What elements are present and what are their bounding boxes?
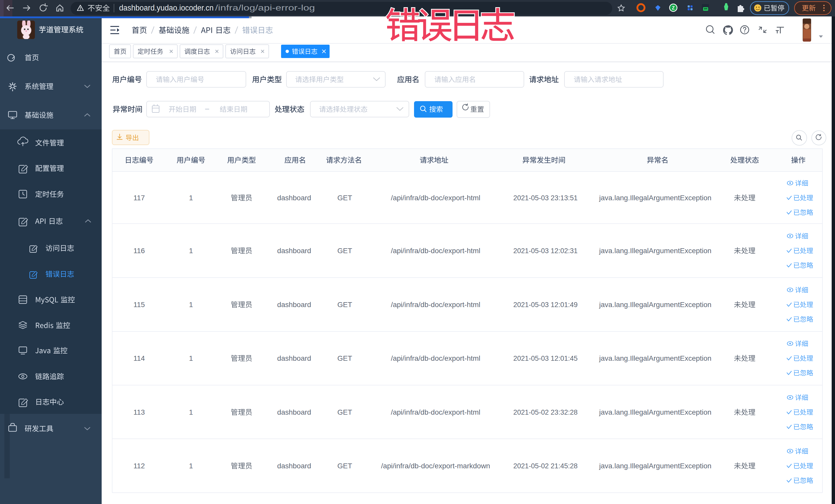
- svg-text:/api/infra/db-doc/export-html: /api/infra/db-doc/export-html: [391, 301, 481, 309]
- svg-text:117: 117: [134, 194, 145, 202]
- svg-text:/infra/log/api-error-log: /infra/log/api-error-log: [215, 3, 315, 12]
- svg-text:GET: GET: [337, 301, 352, 309]
- svg-text:1: 1: [189, 247, 193, 255]
- svg-text:2021-05-02 21:45:28: 2021-05-02 21:45:28: [513, 462, 578, 470]
- svg-text:dashboard: dashboard: [277, 408, 311, 416]
- svg-text:2021-05-02 23:32:28: 2021-05-02 23:32:28: [513, 408, 578, 416]
- svg-text:1: 1: [189, 354, 193, 362]
- svg-text:dashboard: dashboard: [277, 354, 311, 362]
- svg-text:113: 113: [134, 408, 145, 416]
- svg-text:java.lang.IllegalArgumentExcep: java.lang.IllegalArgumentException: [599, 408, 711, 416]
- svg-text:java.lang.IllegalArgumentExcep: java.lang.IllegalArgumentException: [599, 194, 711, 202]
- svg-text:on: on: [704, 7, 708, 10]
- svg-text:java.lang.IllegalArgumentExcep: java.lang.IllegalArgumentException: [599, 301, 711, 309]
- svg-text:2021-05-03 12:02:31: 2021-05-03 12:02:31: [513, 247, 578, 255]
- svg-text:/api/infra/db-doc/export-html: /api/infra/db-doc/export-html: [391, 247, 481, 255]
- svg-text:java.lang.IllegalArgumentExcep: java.lang.IllegalArgumentException: [599, 354, 711, 362]
- svg-text:/api/infra/db-doc/export-html: /api/infra/db-doc/export-html: [391, 408, 481, 416]
- svg-text:dashboard: dashboard: [277, 301, 311, 309]
- svg-text:2021-05-03 12:01:45: 2021-05-03 12:01:45: [513, 355, 578, 362]
- svg-text:java.lang.IllegalArgumentExcep: java.lang.IllegalArgumentException: [599, 247, 711, 255]
- svg-text:2021-05-03 12:01:49: 2021-05-03 12:01:49: [513, 301, 578, 309]
- svg-text:GET: GET: [337, 194, 352, 202]
- svg-text:GET: GET: [337, 354, 352, 362]
- svg-text:dashboard: dashboard: [277, 247, 311, 255]
- svg-text:GET: GET: [337, 408, 352, 416]
- svg-text:2021-05-03 23:13:51: 2021-05-03 23:13:51: [513, 194, 578, 202]
- svg-text:GET: GET: [337, 247, 352, 255]
- svg-text:112: 112: [134, 462, 145, 470]
- svg-text:1: 1: [189, 301, 193, 309]
- svg-text:/api/infra/db-doc/export-html: /api/infra/db-doc/export-html: [391, 354, 481, 362]
- svg-text:114: 114: [134, 354, 145, 362]
- svg-text:java.lang.IllegalArgumentExcep: java.lang.IllegalArgumentException: [599, 462, 711, 470]
- svg-text:/api/infra/db-doc/export-html: /api/infra/db-doc/export-html: [391, 194, 481, 202]
- svg-text:1: 1: [189, 462, 193, 470]
- svg-text:GET: GET: [337, 462, 352, 470]
- svg-text:/api/infra/db-doc/export-markd: /api/infra/db-doc/export-markdown: [381, 462, 490, 470]
- svg-text:1: 1: [189, 194, 193, 202]
- svg-text:dashboard: dashboard: [277, 194, 311, 202]
- svg-text:115: 115: [134, 301, 145, 309]
- svg-text:116: 116: [134, 247, 145, 255]
- svg-text:Z: Z: [672, 5, 675, 11]
- svg-text:1: 1: [189, 408, 193, 416]
- svg-text:dashboard: dashboard: [277, 462, 311, 470]
- svg-text:dashboard.yudao.iocoder.cn: dashboard.yudao.iocoder.cn: [119, 3, 213, 12]
